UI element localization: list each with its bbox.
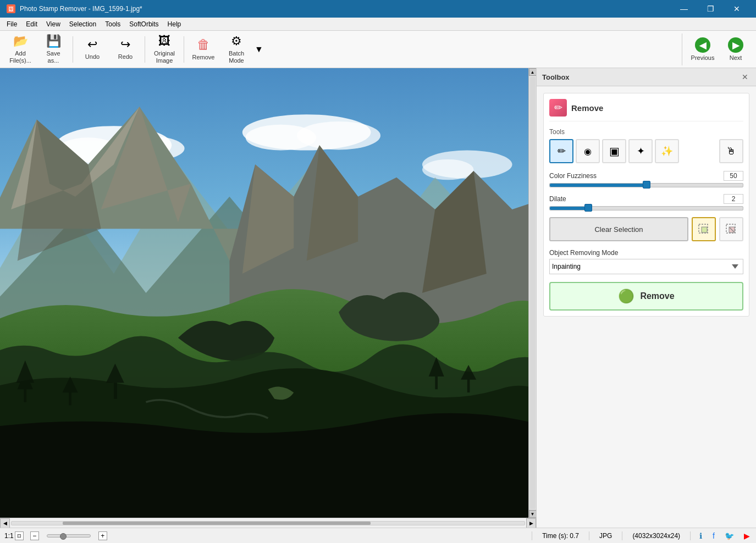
- scroll-up-button[interactable]: ▲: [529, 68, 537, 76]
- redo-label: Redo: [118, 53, 133, 60]
- original-image-button[interactable]: 🖼 OriginalImage: [148, 34, 180, 65]
- close-button[interactable]: ✕: [724, 0, 749, 18]
- title-bar-left: 🖼 Photo Stamp Remover - IMG_1599-1.jpg*: [7, 4, 142, 13]
- zoom-thumb[interactable]: [60, 533, 67, 540]
- clear-selection-button[interactable]: Clear Selection: [549, 217, 688, 241]
- image-viewport: ▲ ▼: [0, 68, 536, 518]
- dilate-value: 2: [724, 194, 743, 204]
- time-label: Time (s): 0.7: [539, 532, 582, 540]
- remove-button[interactable]: 🟢 Remove: [549, 282, 743, 311]
- vertical-scrollbar[interactable]: ▲ ▼: [528, 68, 536, 518]
- toolbar-sep-2: [145, 36, 145, 63]
- add-files-button[interactable]: 📂 AddFile(s)...: [4, 34, 36, 65]
- toolbox-panel: Toolbox ✕ ✏ Remove Tools ✏ ◉ ▣ ✦ ✨: [536, 68, 756, 528]
- redo-icon: ↪: [120, 37, 130, 52]
- scroll-down-button[interactable]: ▼: [529, 510, 537, 518]
- toolbar-sep-1: [73, 36, 73, 63]
- svg-point-6: [297, 121, 380, 149]
- scroll-right-button[interactable]: ▶: [526, 518, 536, 528]
- color-fuzziness-thumb[interactable]: [643, 181, 650, 189]
- menu-item-tools[interactable]: Tools: [101, 19, 125, 29]
- title-text: Photo Stamp Remover - IMG_1599-1.jpg*: [20, 5, 142, 13]
- menu-item-view[interactable]: View: [42, 19, 65, 29]
- previous-button[interactable]: ◀ Previous: [687, 34, 719, 65]
- color-fuzziness-fill: [550, 184, 647, 187]
- color-fuzziness-value: 50: [724, 171, 743, 181]
- remove-icon: ✏: [549, 99, 567, 117]
- svg-rect-31: [702, 227, 707, 232]
- dilate-thumb[interactable]: [584, 204, 592, 212]
- original-image-icon: 🖼: [158, 34, 170, 48]
- toolbox-close-button[interactable]: ✕: [740, 71, 751, 82]
- facebook-icon[interactable]: f: [711, 531, 716, 540]
- zoom-in-icon[interactable]: +: [98, 531, 107, 540]
- previous-label: Previous: [691, 54, 715, 61]
- dilate-header: Dilate 2: [549, 194, 743, 204]
- minimize-button[interactable]: —: [671, 0, 697, 18]
- menu-item-edit[interactable]: Edit: [21, 19, 42, 29]
- undo-button[interactable]: ↩ Undo: [76, 34, 108, 65]
- next-button[interactable]: ▶ Next: [720, 34, 752, 65]
- main-content: ▲ ▼ ◀ ▶ Toolbox ✕ ✏ Remove: [0, 68, 756, 528]
- h-scroll-track[interactable]: [11, 521, 525, 525]
- color-fuzziness-slider[interactable]: [549, 183, 743, 187]
- batch-mode-button[interactable]: ⚙ BatchMode: [220, 34, 252, 65]
- original-image-label: OriginalImage: [154, 50, 175, 64]
- subtract-selection-button[interactable]: [719, 217, 743, 241]
- rect-select-tool-button[interactable]: ▣: [602, 139, 626, 163]
- add-selection-button[interactable]: [692, 217, 716, 241]
- image-area: ▲ ▼ ◀ ▶: [0, 68, 536, 528]
- horizontal-scrollbar[interactable]: ◀ ▶: [0, 518, 536, 528]
- menu-item-softorbits[interactable]: SoftOrbits: [125, 19, 163, 29]
- h-scroll-thumb[interactable]: [63, 522, 371, 525]
- zoom-slider[interactable]: [47, 534, 91, 538]
- batch-mode-icon: ⚙: [231, 34, 242, 48]
- app-icon: 🖼: [7, 4, 15, 13]
- pencil-tool-button[interactable]: ✏: [549, 139, 573, 163]
- magic-wand-tool-button[interactable]: ✨: [655, 139, 679, 163]
- scroll-track[interactable]: [530, 77, 536, 509]
- dilate-row: Dilate 2: [549, 194, 743, 210]
- dimensions-label: (4032x3024x24): [629, 532, 683, 540]
- redo-button[interactable]: ↪ Redo: [109, 34, 141, 65]
- twitter-icon[interactable]: 🐦: [723, 531, 736, 540]
- status-sep-1: [532, 531, 532, 540]
- menu-item-help[interactable]: Help: [163, 19, 186, 29]
- nav-area: ◀ Previous ▶ Next: [682, 34, 752, 65]
- zoom-control: 1:1 ⊡: [4, 531, 24, 540]
- title-bar: 🖼 Photo Stamp Remover - IMG_1599-1.jpg* …: [0, 0, 756, 18]
- toolbar: 📂 AddFile(s)... 💾 Saveas... ↩ Undo ↪ Red…: [0, 31, 756, 68]
- save-as-button[interactable]: 💾 Saveas...: [37, 34, 69, 65]
- menu-item-selection[interactable]: Selection: [65, 19, 101, 29]
- zoom-out-icon[interactable]: −: [30, 531, 39, 540]
- more-icon: ▼: [255, 45, 263, 54]
- remove-section: ✏ Remove Tools ✏ ◉ ▣ ✦ ✨ 🖱 Colo: [543, 93, 749, 317]
- add-files-label: AddFile(s)...: [9, 50, 31, 64]
- menu-item-file[interactable]: File: [2, 19, 21, 29]
- tools-row: ✏ ◉ ▣ ✦ ✨ 🖱: [549, 139, 743, 163]
- add-files-icon: 📂: [13, 34, 28, 48]
- zoom-fit-icon[interactable]: ⊡: [15, 531, 24, 540]
- color-fuzziness-row: Color Fuzziness 50: [549, 171, 743, 187]
- status-sep-4: [690, 531, 691, 540]
- remove-toolbar-icon: 🗑: [197, 37, 210, 52]
- object-removing-mode-select[interactable]: Inpainting Content Aware Fill Clone Stam…: [549, 259, 743, 274]
- stamp-tool-button[interactable]: 🖱: [719, 139, 743, 163]
- scroll-left-button[interactable]: ◀: [0, 518, 10, 528]
- remove-header: ✏ Remove: [549, 99, 743, 121]
- dilate-slider[interactable]: [549, 206, 743, 210]
- toolbox-title: Toolbox: [542, 73, 570, 81]
- toolbox-content: ✏ Remove Tools ✏ ◉ ▣ ✦ ✨ 🖱 Colo: [537, 86, 756, 329]
- next-label: Next: [730, 54, 742, 61]
- tools-label: Tools: [549, 128, 743, 136]
- clear-selection-row: Clear Selection: [549, 217, 743, 241]
- save-as-icon: 💾: [46, 34, 61, 48]
- eraser-tool-button[interactable]: ◉: [576, 139, 600, 163]
- main-image: [0, 68, 536, 518]
- remove-toolbar-button[interactable]: 🗑 Remove: [187, 34, 219, 65]
- toolbox-header: Toolbox ✕: [537, 68, 756, 86]
- youtube-icon[interactable]: ▶: [742, 531, 752, 540]
- maximize-button[interactable]: ❐: [698, 0, 723, 18]
- more-button[interactable]: ▼: [253, 34, 264, 65]
- magic-select-tool-button[interactable]: ✦: [628, 139, 653, 163]
